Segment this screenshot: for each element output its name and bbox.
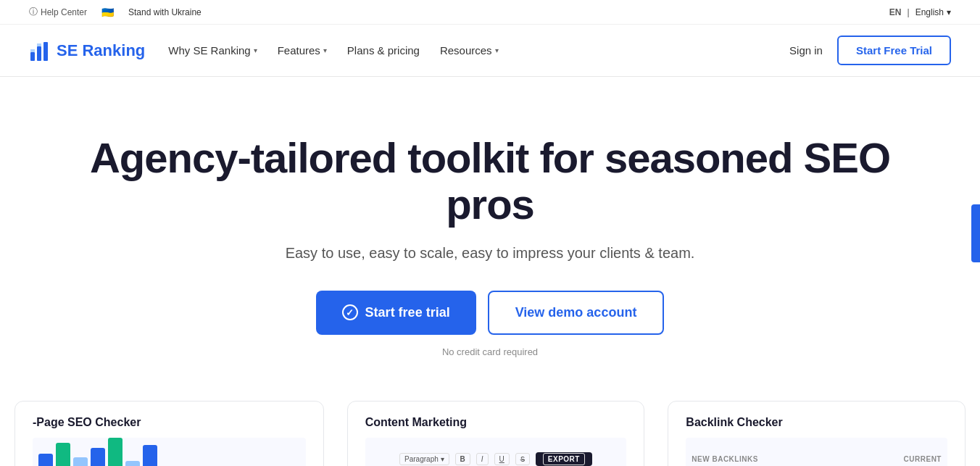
chart-bar	[56, 443, 70, 466]
start-free-trial-label: Start free trial	[365, 305, 450, 320]
hero-buttons: ✓ Start free trial View demo account	[84, 291, 896, 335]
hero-title: Agency-tailored toolkit for seasoned SEO…	[84, 135, 896, 228]
strikethrough-button[interactable]: S̶	[515, 453, 530, 465]
hero-section: Agency-tailored toolkit for seasoned SEO…	[55, 77, 925, 401]
lang-separator: |	[908, 7, 910, 17]
check-circle-icon: ✓	[342, 304, 358, 320]
nav-why-se-ranking[interactable]: Why SE Ranking ▾	[168, 44, 257, 57]
nav-plans-pricing[interactable]: Plans & pricing	[347, 44, 420, 57]
backlink-checker-content: NEW BACKLINKS CURRENT	[686, 438, 947, 466]
logo-icon	[29, 39, 52, 62]
paragraph-dropdown[interactable]: Paragraph ▾	[399, 453, 449, 465]
seo-checker-content	[33, 438, 306, 466]
chevron-down-icon: ▾	[947, 7, 951, 17]
svg-rect-2	[43, 42, 48, 61]
side-accent	[971, 204, 980, 262]
logo-se: SE	[57, 41, 78, 59]
top-bar-left: ⓘ Help Center 🇺🇦 Stand with Ukraine	[29, 6, 202, 18]
cards-row: -Page SEO Checker Content Marketing	[14, 401, 966, 466]
chart-bar	[73, 457, 88, 466]
svg-rect-1	[37, 46, 41, 61]
content-marketing-card: Content Marketing Paragraph ▾ B I U S̶ E…	[347, 401, 645, 466]
nav-resources[interactable]: Resources ▾	[440, 44, 499, 57]
bottom-section: -Page SEO Checker Content Marketing	[0, 401, 980, 466]
backlink-checker-card: Backlink Checker NEW BACKLINKS CURRENT	[668, 401, 966, 466]
view-demo-label: View demo account	[515, 305, 637, 320]
content-toolbar: Paragraph ▾ B I U S̶ EXPORT	[394, 452, 598, 466]
chart-bar	[91, 448, 105, 466]
navbar-left: SE Ranking Why SE Ranking ▾ Features ▾ P…	[29, 39, 499, 62]
bold-button[interactable]: B	[455, 453, 470, 465]
nav-features[interactable]: Features ▾	[278, 44, 327, 57]
sign-in-link[interactable]: Sign in	[789, 44, 823, 57]
top-bar-right: EN | English ▾	[889, 7, 951, 17]
ukraine-flag: 🇺🇦	[101, 7, 114, 18]
nav-why-label: Why SE Ranking	[168, 44, 250, 57]
export-button[interactable]: EXPORT	[536, 452, 592, 466]
chevron-down-icon: ▾	[254, 46, 257, 54]
navbar-right: Sign in Start Free Trial	[789, 36, 951, 65]
logo-ranking: Ranking	[78, 41, 145, 59]
svg-rect-0	[30, 52, 35, 61]
chart-bar	[108, 438, 122, 466]
chart-bar	[38, 454, 53, 466]
current-label: CURRENT	[904, 455, 942, 463]
ukraine-text: Stand with Ukraine	[128, 7, 202, 17]
language-selector[interactable]: English ▾	[915, 7, 951, 17]
chart-bar	[125, 461, 140, 466]
backlink-header: NEW BACKLINKS CURRENT	[686, 455, 947, 463]
italic-button[interactable]: I	[476, 453, 489, 465]
help-center-label: Help Center	[41, 7, 87, 17]
content-marketing-content: Paragraph ▾ B I U S̶ EXPORT	[365, 438, 627, 466]
nav-resources-label: Resources	[440, 44, 492, 57]
svg-rect-3	[30, 49, 35, 52]
seo-checker-title: -Page SEO Checker	[33, 416, 306, 429]
content-marketing-title: Content Marketing	[365, 416, 627, 429]
help-center-link[interactable]: ⓘ Help Center	[29, 6, 87, 18]
navbar: SE Ranking Why SE Ranking ▾ Features ▾ P…	[0, 25, 980, 77]
nav-plans-label: Plans & pricing	[347, 44, 420, 57]
chevron-down-icon: ▾	[495, 46, 499, 54]
backlink-checker-title: Backlink Checker	[686, 416, 947, 429]
logo-text: SE Ranking	[57, 41, 145, 60]
chart-bar	[143, 445, 157, 466]
no-credit-card-text: No credit card required	[84, 346, 896, 357]
view-demo-button[interactable]: View demo account	[488, 291, 665, 335]
start-free-trial-button[interactable]: Start Free Trial	[837, 36, 951, 65]
logo-link[interactable]: SE Ranking	[29, 39, 145, 62]
seo-checker-card: -Page SEO Checker	[14, 401, 324, 466]
lang-name: English	[915, 7, 944, 17]
seo-chart	[33, 438, 306, 466]
underline-button[interactable]: U	[494, 453, 510, 465]
nav-features-label: Features	[278, 44, 320, 57]
help-icon: ⓘ	[29, 6, 38, 18]
svg-rect-4	[37, 43, 41, 46]
hero-subtitle: Easy to use, easy to scale, easy to impr…	[84, 245, 896, 262]
start-trial-label: Start Free Trial	[856, 44, 932, 57]
sign-in-label: Sign in	[789, 44, 823, 57]
top-bar: ⓘ Help Center 🇺🇦 Stand with Ukraine EN |…	[0, 0, 980, 25]
start-free-trial-hero-button[interactable]: ✓ Start free trial	[316, 291, 476, 335]
new-backlinks-label: NEW BACKLINKS	[692, 455, 758, 463]
chevron-down-icon: ▾	[323, 46, 327, 54]
lang-code: EN	[889, 7, 902, 17]
nav-links: Why SE Ranking ▾ Features ▾ Plans & pric…	[168, 44, 498, 57]
